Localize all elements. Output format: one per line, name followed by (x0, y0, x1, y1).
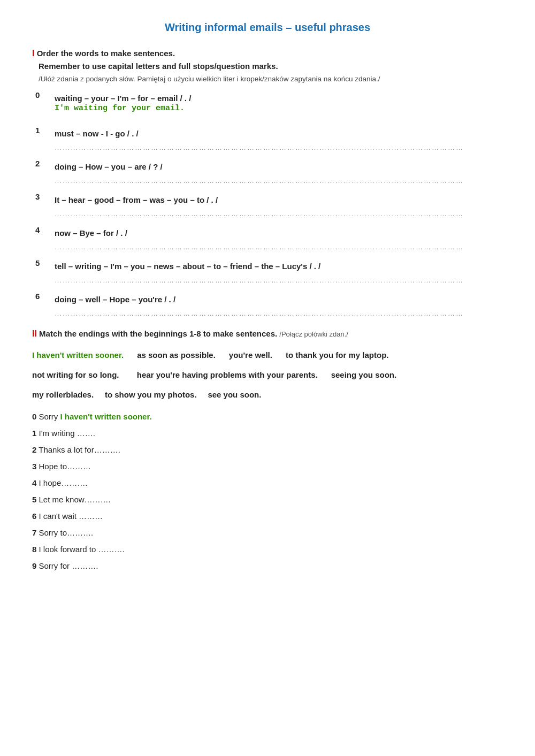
match-num-6: 6 (32, 511, 36, 521)
ending-black-1: as soon as possible. (137, 350, 216, 360)
section-ii-instruction: Match the endings with the beginnings 1-… (39, 329, 277, 338)
section-i-instruction1: Order the words to make sentences. (37, 49, 175, 58)
exercise-0: 0 waiting – your – I'm – for – email / .… (32, 88, 503, 118)
exercise-4: 4 now – Bye – for / . / (32, 223, 503, 240)
match-num-8: 8 (32, 545, 36, 554)
exercise-5: 5 tell – writing – I'm – you – news – ab… (32, 256, 503, 273)
match-item-7: 7 Sorry to………. (32, 528, 503, 537)
match-beginning-9: Sorry for ………. (39, 561, 98, 570)
ex-words-1: must – now - I - go / . / (55, 126, 500, 138)
match-item-9: 9 Sorry for ………. (32, 561, 503, 570)
exercise-3: 3 It – hear – good – from – was – you – … (32, 190, 503, 207)
ex-num-1: 1 (32, 124, 51, 140)
match-beginning-0: Sorry (39, 412, 60, 421)
section-i-instruction2: Remember to use capital letters and full… (39, 62, 503, 71)
match-item-3: 3 Hope to……… (32, 462, 503, 471)
match-num-5: 5 (32, 495, 36, 504)
section-ii-roman: II (32, 329, 37, 338)
ending-black-2: you're well. (229, 350, 272, 360)
match-item-5: 5 Let me know………. (32, 495, 503, 504)
section-ii-polish: /Połącz połówki zdań./ (279, 330, 348, 338)
ex-answer-0: I'm waiting for your email. (55, 103, 500, 116)
match-beginning-3: Hope to……… (39, 462, 91, 471)
ending-black-5: hear you're having problems with your pa… (137, 370, 318, 379)
match-beginning-2: Thanks a lot for………. (39, 445, 120, 454)
ending-black-9: see you soon. (208, 390, 261, 399)
match-beginning-8: I look forward to ………. (39, 545, 125, 554)
ex-words-4: now – Bye – for / . / (55, 225, 500, 238)
section-i-polish: /Ułóż zdania z podanych słów. Pamiętaj o… (39, 74, 503, 83)
match-num-1: 1 (32, 429, 36, 438)
match-num-4: 4 (32, 478, 36, 487)
ex-num-3: 3 (32, 190, 51, 207)
dotted-line-2: …………………………………………………………………………………………………………… (55, 177, 503, 185)
ending-black-7: my rollerblades. (32, 390, 94, 399)
dotted-line-4: …………………………………………………………………………………………………………… (55, 243, 503, 251)
match-beginning-5: Let me know………. (39, 495, 111, 504)
match-item-4: 4 I hope………. (32, 478, 503, 487)
section-i-header: I Order the words to make sentences. (32, 49, 503, 58)
endings-row-0: I haven't written sooner. as soon as pos… (32, 346, 503, 364)
exercise-2: 2 doing – How – you – are / ? / (32, 157, 503, 173)
ex-words-3: It – hear – good – from – was – you – to… (55, 192, 500, 204)
exercise-6: 6 doing – well – Hope – you're / . / (32, 289, 503, 306)
ending-black-6: seeing you soon. (331, 370, 397, 379)
match-item-2: 2 Thanks a lot for………. (32, 445, 503, 454)
ending-black-8: to show you my photos. (105, 390, 197, 399)
match-beginning-1: I'm writing ……. (39, 429, 95, 438)
dotted-line-6: …………………………………………………………………………………………………………… (55, 309, 503, 317)
match-item-6: 6 I can't wait ……… (32, 511, 503, 521)
match-list: 0 Sorry I haven't written sooner. 1 I'm … (32, 412, 503, 570)
dotted-line-1: …………………………………………………………………………………………………………… (55, 143, 503, 151)
ending-green-0: I haven't written sooner. (32, 350, 124, 360)
ex-num-4: 4 (32, 223, 51, 240)
match-beginning-7: Sorry to………. (39, 528, 94, 537)
section-i-roman: I (32, 49, 34, 58)
ex-num-0: 0 (32, 88, 51, 118)
endings-block: I haven't written sooner. as soon as pos… (32, 346, 503, 403)
ex-words-6: doing – well – Hope – you're / . / (55, 292, 500, 304)
match-answer-0: I haven't written sooner. (60, 412, 152, 421)
match-item-0: 0 Sorry I haven't written sooner. (32, 412, 503, 421)
match-beginning-4: I hope………. (39, 478, 88, 487)
ex-words-2: doing – How – you – are / ? / (55, 159, 500, 171)
ending-black-3: to thank you for my laptop. (286, 350, 389, 360)
page-title: Writing informal emails – useful phrases (32, 21, 503, 34)
ex-words-0: waiting – your – I'm – for – email / . / (55, 90, 500, 103)
match-item-1: 1 I'm writing ……. (32, 429, 503, 438)
match-num-2: 2 (32, 445, 36, 454)
match-item-8: 8 I look forward to ………. (32, 545, 503, 554)
dotted-line-5: …………………………………………………………………………………………………………… (55, 276, 503, 284)
ex-num-2: 2 (32, 157, 51, 173)
match-num-0: 0 (32, 412, 36, 421)
ex-num-5: 5 (32, 256, 51, 273)
match-num-7: 7 (32, 528, 36, 537)
ex-words-5: tell – writing – I'm – you – news – abou… (55, 258, 500, 271)
endings-row-2: my rollerblades. to show you my photos. … (32, 386, 503, 403)
section-ii-header: II Match the endings with the beginnings… (32, 329, 503, 339)
match-beginning-6: I can't wait ……… (39, 511, 103, 521)
exercise-1: 1 must – now - I - go / . / (32, 124, 503, 140)
dotted-line-3: …………………………………………………………………………………………………………… (55, 210, 503, 218)
match-num-9: 9 (32, 561, 36, 570)
ending-black-4: not writing for so long. (32, 370, 119, 379)
ex-num-6: 6 (32, 289, 51, 306)
endings-row-1: not writing for so long. hear you're hav… (32, 366, 503, 384)
match-num-3: 3 (32, 462, 36, 471)
